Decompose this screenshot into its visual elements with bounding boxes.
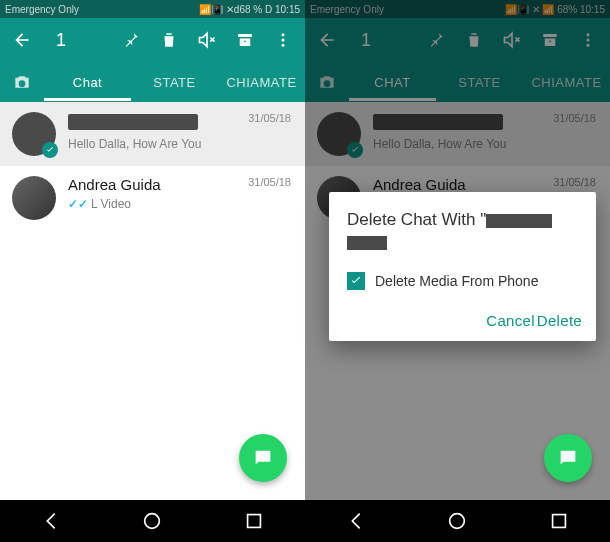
svg-point-3 (145, 514, 160, 529)
tab-state[interactable]: STATE (131, 64, 218, 101)
svg-point-1 (282, 39, 285, 42)
svg-rect-9 (553, 515, 566, 528)
nav-home-icon[interactable] (446, 510, 468, 532)
nav-back-icon[interactable] (345, 510, 367, 532)
nav-bar (305, 500, 610, 542)
svg-point-0 (282, 33, 285, 36)
svg-rect-4 (248, 515, 261, 528)
chat-name-redacted (68, 114, 198, 130)
avatar[interactable] (12, 176, 56, 220)
left-screen: Emergency Only 📶📳 ✕d68 % D 10:15 1 (0, 0, 305, 542)
camera-icon[interactable] (0, 72, 44, 92)
right-screen: Emergency Only 📶📳 ✕ 📶 68% 10:15 1 (305, 0, 610, 542)
statusbar-right: 📶📳 ✕d68 % D 10:15 (79, 4, 300, 15)
delete-button[interactable]: Delete (537, 312, 582, 329)
new-chat-fab[interactable] (239, 434, 287, 482)
read-ticks-icon: ✓✓ (68, 197, 88, 211)
back-icon[interactable] (12, 30, 32, 50)
cancel-button[interactable]: Cancel (486, 312, 535, 329)
chat-row[interactable]: Hello Dalla, How Are You 31/05/18 (0, 102, 305, 166)
tab-calls[interactable]: CHIAMATE (218, 64, 305, 101)
chat-preview: ✓✓L Video (68, 197, 293, 211)
nav-bar (0, 500, 305, 542)
nav-recent-icon[interactable] (548, 510, 570, 532)
overflow-icon[interactable] (273, 30, 293, 50)
nav-recent-icon[interactable] (243, 510, 265, 532)
dialog-title: Delete Chat With " (347, 210, 582, 250)
status-bar: Emergency Only 📶📳 ✕d68 % D 10:15 (0, 0, 305, 18)
checkbox-label: Delete Media From Phone (375, 273, 538, 289)
avatar[interactable] (12, 112, 56, 156)
chat-name: Andrea Guida (68, 176, 161, 193)
mute-icon[interactable] (197, 30, 217, 50)
delete-icon[interactable] (159, 30, 179, 50)
chat-row[interactable]: Andrea Guida ✓✓L Video 31/05/18 (0, 166, 305, 230)
delete-media-checkbox[interactable]: Delete Media From Phone (347, 272, 582, 290)
svg-point-2 (282, 44, 285, 47)
selection-count: 1 (56, 30, 66, 51)
delete-chat-dialog: Delete Chat With " Delete Media From Pho… (329, 192, 596, 341)
selected-badge-icon (42, 142, 58, 158)
action-bar: 1 (0, 18, 305, 62)
tab-bar: Chat STATE CHIAMATE (0, 62, 305, 102)
nav-home-icon[interactable] (141, 510, 163, 532)
chat-date: 31/05/18 (248, 112, 291, 124)
statusbar-left: Emergency Only (5, 4, 79, 15)
new-chat-fab[interactable] (544, 434, 592, 482)
pin-icon[interactable] (121, 30, 141, 50)
dialog-actions: Cancel Delete (347, 312, 582, 329)
archive-icon[interactable] (235, 30, 255, 50)
chat-date: 31/05/18 (248, 176, 291, 188)
checkbox-checked-icon (347, 272, 365, 290)
tab-chat[interactable]: Chat (44, 64, 131, 101)
nav-back-icon[interactable] (40, 510, 62, 532)
svg-point-8 (450, 514, 465, 529)
chat-preview: Hello Dalla, How Are You (68, 137, 293, 151)
